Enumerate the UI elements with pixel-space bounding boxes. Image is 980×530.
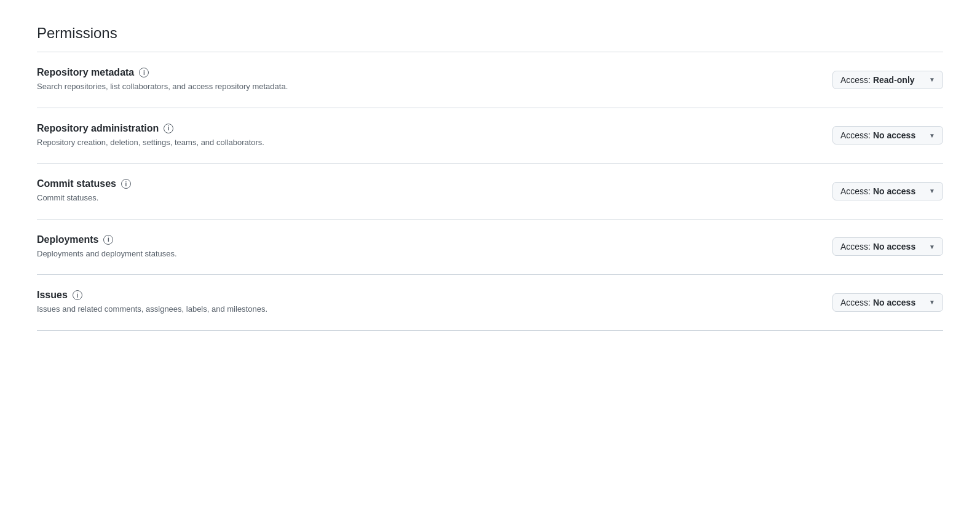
permission-title-repository-administration: Repository administration (37, 123, 159, 134)
access-dropdown-repository-metadata[interactable]: Access: Read-only ▼ (832, 71, 943, 89)
chevron-down-icon-deployments: ▼ (929, 243, 935, 250)
permission-title-row-repository-metadata: Repository metadata i (37, 67, 832, 78)
access-prefix-deployments: Access: (840, 242, 873, 251)
access-value-deployments: No access (873, 242, 915, 251)
permission-info-deployments: Deployments i Deployments and deployment… (37, 234, 832, 260)
access-prefix-repository-metadata: Access: (840, 75, 873, 85)
permission-info-repository-metadata: Repository metadata i Search repositorie… (37, 67, 832, 93)
permission-row-deployments: Deployments i Deployments and deployment… (37, 220, 943, 275)
permission-title-row-issues: Issues i (37, 290, 832, 301)
chevron-down-icon-commit-statuses: ▼ (929, 188, 935, 194)
permission-title-row-deployments: Deployments i (37, 234, 832, 245)
permission-row-issues: Issues i Issues and related comments, as… (37, 275, 943, 330)
page-title: Permissions (37, 25, 943, 42)
access-label-repository-metadata: Access: Read-only (840, 75, 915, 85)
permission-row-repository-administration: Repository administration i Repository c… (37, 108, 943, 164)
access-value-commit-statuses: No access (873, 186, 915, 196)
permission-title-deployments: Deployments (37, 234, 98, 245)
info-icon-issues: i (73, 290, 82, 300)
divider-4 (37, 330, 943, 331)
info-icon-deployments: i (103, 235, 113, 245)
info-icon-repository-administration: i (164, 124, 173, 133)
access-value-issues: No access (873, 298, 915, 307)
info-icon-repository-metadata: i (139, 68, 149, 77)
access-label-deployments: Access: No access (840, 242, 915, 251)
permissions-list: Repository metadata i Search repositorie… (37, 52, 943, 331)
access-prefix-commit-statuses: Access: (840, 186, 873, 196)
access-label-repository-administration: Access: No access (840, 130, 915, 140)
access-label-issues: Access: No access (840, 298, 915, 307)
info-icon-commit-statuses: i (121, 179, 131, 189)
permission-title-commit-statuses: Commit statuses (37, 178, 116, 189)
permission-description-issues: Issues and related comments, assignees, … (37, 303, 832, 315)
permission-title-issues: Issues (37, 290, 68, 301)
permission-row-repository-metadata: Repository metadata i Search repositorie… (37, 52, 943, 108)
access-value-repository-administration: No access (873, 130, 915, 140)
permission-description-repository-metadata: Search repositories, list collaborators,… (37, 81, 832, 93)
access-dropdown-repository-administration[interactable]: Access: No access ▼ (832, 126, 943, 144)
access-dropdown-commit-statuses[interactable]: Access: No access ▼ (832, 182, 943, 200)
access-label-commit-statuses: Access: No access (840, 186, 915, 196)
permission-title-repository-metadata: Repository metadata (37, 67, 134, 78)
permission-title-row-commit-statuses: Commit statuses i (37, 178, 832, 189)
permission-info-repository-administration: Repository administration i Repository c… (37, 123, 832, 149)
permission-title-row-repository-administration: Repository administration i (37, 123, 832, 134)
permission-info-commit-statuses: Commit statuses i Commit statuses. (37, 178, 832, 204)
access-prefix-repository-administration: Access: (840, 130, 873, 140)
access-prefix-issues: Access: (840, 298, 873, 307)
chevron-down-icon-repository-administration: ▼ (929, 132, 935, 139)
chevron-down-icon-repository-metadata: ▼ (929, 76, 935, 83)
chevron-down-icon-issues: ▼ (929, 299, 935, 306)
access-dropdown-deployments[interactable]: Access: No access ▼ (832, 237, 943, 256)
permission-row-commit-statuses: Commit statuses i Commit statuses. Acces… (37, 164, 943, 219)
access-value-repository-metadata: Read-only (873, 75, 915, 85)
access-dropdown-issues[interactable]: Access: No access ▼ (832, 293, 943, 312)
permission-info-issues: Issues i Issues and related comments, as… (37, 290, 832, 315)
permission-description-repository-administration: Repository creation, deletion, settings,… (37, 136, 832, 149)
permission-description-commit-statuses: Commit statuses. (37, 192, 832, 204)
page-container: Permissions Repository metadata i Search… (0, 0, 980, 355)
permission-description-deployments: Deployments and deployment statuses. (37, 248, 832, 260)
